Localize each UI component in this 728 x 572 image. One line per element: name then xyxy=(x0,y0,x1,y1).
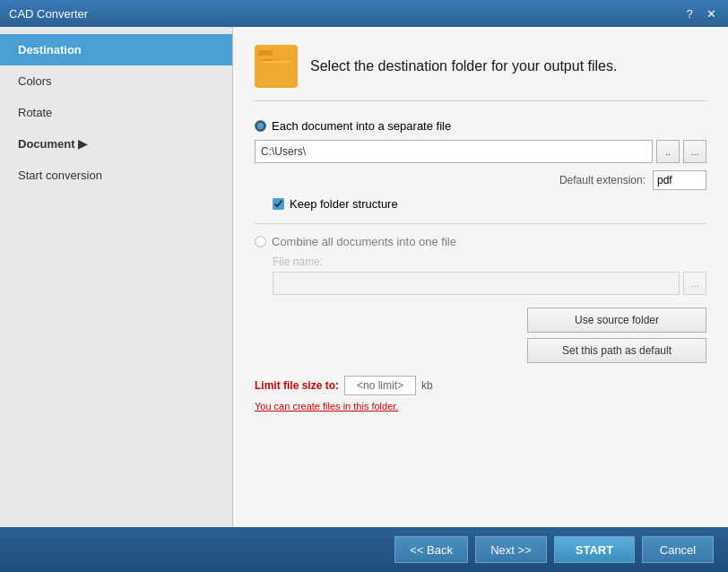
close-button[interactable]: ✕ xyxy=(703,5,719,22)
checkbox-row: Keep folder structure xyxy=(273,197,706,211)
footer: << Back Next >> START Cancel xyxy=(0,527,728,572)
sidebar: Destination Colors Rotate Document ▶ Sta… xyxy=(0,27,233,527)
limit-warning: You can create files in this folder. xyxy=(255,401,706,412)
ext-input[interactable] xyxy=(653,170,706,190)
use-source-folder-button[interactable]: Use source folder xyxy=(527,308,706,333)
main-window: CAD Converter ? ✕ Destination Colors Rot… xyxy=(0,0,728,572)
action-buttons: Use source folder Set this path as defau… xyxy=(255,308,706,363)
help-button[interactable]: ? xyxy=(681,5,698,22)
path-browse-btn2[interactable]: ... xyxy=(683,140,706,163)
option1-radio[interactable] xyxy=(255,120,266,132)
main-content: Destination Colors Rotate Document ▶ Sta… xyxy=(0,27,728,527)
limit-label: Limit file size to: xyxy=(255,379,339,392)
sidebar-item-colors[interactable]: Colors xyxy=(0,65,232,97)
option2-section: Combine all documents into one file File… xyxy=(255,235,706,295)
cancel-button[interactable]: Cancel xyxy=(642,536,714,563)
content-header-text: Select the destination folder for your o… xyxy=(310,58,617,74)
path-row: .. ... xyxy=(255,140,706,163)
path-input[interactable] xyxy=(255,140,653,163)
option2-radio[interactable] xyxy=(255,236,266,247)
content-header: Select the destination folder for your o… xyxy=(255,45,706,101)
option1-section: Each document into a separate file .. ..… xyxy=(255,119,706,211)
limit-row: Limit file size to: kb xyxy=(255,376,706,395)
option1-label[interactable]: Each document into a separate file xyxy=(272,119,451,133)
file-name-row: ... xyxy=(273,272,706,295)
ext-label: Default extension: xyxy=(559,174,646,186)
back-button[interactable]: << Back xyxy=(394,536,468,563)
start-button[interactable]: START xyxy=(554,536,635,563)
folder-icon xyxy=(255,45,298,88)
window-title: CAD Converter xyxy=(9,7,88,21)
sidebar-item-start-conversion[interactable]: Start conversion xyxy=(0,160,232,191)
limit-input[interactable] xyxy=(344,376,416,395)
option1-radio-row: Each document into a separate file xyxy=(255,119,706,133)
keep-folder-label[interactable]: Keep folder structure xyxy=(290,197,398,211)
sidebar-item-document[interactable]: Document ▶ xyxy=(0,128,232,160)
sidebar-item-rotate[interactable]: Rotate xyxy=(0,97,232,128)
keep-folder-checkbox[interactable] xyxy=(273,198,284,210)
file-name-label: File name: xyxy=(273,256,706,268)
option2-label[interactable]: Combine all documents into one file xyxy=(272,235,456,248)
file-name-browse-btn[interactable]: ... xyxy=(683,272,706,295)
option2-radio-row: Combine all documents into one file xyxy=(255,235,706,248)
ext-row: Default extension: xyxy=(255,170,706,190)
set-default-path-button[interactable]: Set this path as default xyxy=(527,338,706,363)
next-button[interactable]: Next >> xyxy=(475,536,547,563)
sidebar-item-destination[interactable]: Destination xyxy=(0,34,232,65)
content-area: Select the destination folder for your o… xyxy=(233,27,728,527)
svg-rect-3 xyxy=(262,63,290,77)
limit-unit: kb xyxy=(421,379,433,392)
title-bar: CAD Converter ? ✕ xyxy=(0,0,728,27)
file-name-input[interactable] xyxy=(273,272,680,295)
separator xyxy=(255,223,706,224)
title-bar-buttons: ? ✕ xyxy=(681,5,719,22)
path-browse-btn1[interactable]: .. xyxy=(656,140,680,163)
